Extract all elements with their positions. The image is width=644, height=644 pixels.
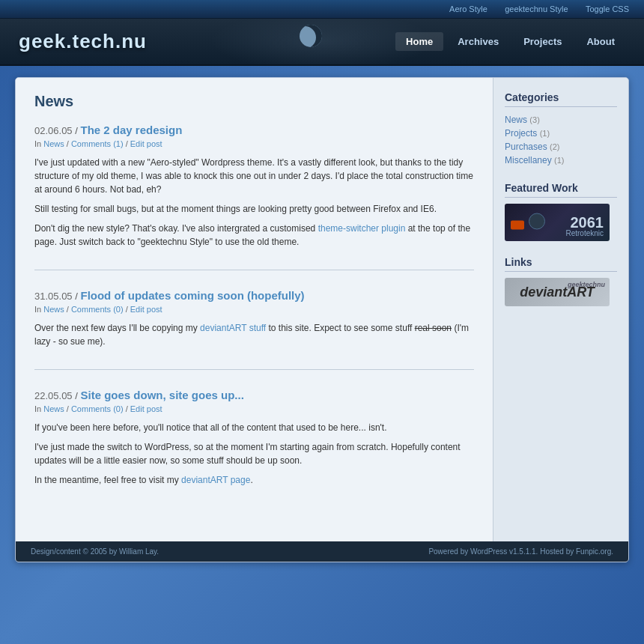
cat-projects-count: (1) <box>540 129 550 138</box>
post-3-para-3: In the meantime, feel free to visit my d… <box>34 473 474 487</box>
main-navigation: Home Archives Projects About <box>395 32 625 51</box>
site-title: geek.tech.nu <box>19 30 147 53</box>
toggle-css-link[interactable]: Toggle CSS <box>586 4 629 13</box>
featured-controls <box>511 213 545 232</box>
post-2-title-line: 31.05.05 / Flood of updates coming soon … <box>34 289 474 302</box>
featured-work-section: Featured Work 2061 Retroteknic <box>505 182 617 241</box>
post-1-para-2: Still testing for small bugs, but at the… <box>34 202 474 216</box>
ctrl-btn-2 <box>529 213 545 230</box>
section-title: News <box>34 93 474 110</box>
deviantart-banner[interactable]: geektechnu deviantART <box>505 278 610 306</box>
deviantart-sublabel: geektechnu <box>568 281 605 288</box>
categories-section: Categories News (3) Projects (1) Purchas… <box>505 91 617 167</box>
post-1-edit[interactable]: Edit post <box>130 139 162 148</box>
links-title: Links <box>505 256 617 272</box>
post-3-edit[interactable]: Edit post <box>130 404 162 413</box>
nav-about[interactable]: About <box>576 32 625 51</box>
strikethrough-text: real soon <box>415 323 452 333</box>
post-3-title-line: 22.05.05 / Site goes down, site goes up.… <box>34 389 474 401</box>
nav-archives[interactable]: Archives <box>447 32 509 51</box>
cat-miscellaney-link[interactable]: Miscellaney <box>505 155 552 165</box>
post-1-body: I've just updated with a new "Aero-style… <box>34 156 474 249</box>
page-footer: Design/content © 2005 by William Lay. Po… <box>16 541 628 562</box>
deviantart-stuff-link[interactable]: deviantART stuff <box>200 323 266 333</box>
post-1-date: 02.06.05 <box>34 125 73 136</box>
nav-home[interactable]: Home <box>395 32 443 51</box>
site-header: geek.tech.nu Home Archives Projects Abou… <box>0 19 644 66</box>
post-3-body: If you've been here before, you'll notic… <box>34 421 474 487</box>
post-3-comments[interactable]: Comments (0) <box>71 404 124 413</box>
post-2-category[interactable]: News <box>43 305 64 314</box>
nav-projects[interactable]: Projects <box>513 32 572 51</box>
post-2-edit[interactable]: Edit post <box>130 305 162 314</box>
post-3-meta: In News / Comments (0) / Edit post <box>34 404 474 413</box>
footer-right: Powered by WordPress v1.5.1.1. Hosted by… <box>428 547 613 556</box>
post-2: 31.05.05 / Flood of updates coming soon … <box>34 289 474 370</box>
cat-miscellaney-count: (1) <box>554 156 564 165</box>
post-1-title-line: 02.06.05 / The 2 day redesign <box>34 124 474 136</box>
post-2-meta: In News / Comments (0) / Edit post <box>34 305 474 314</box>
cat-purchases-item: Purchases (2) <box>505 140 617 154</box>
cat-miscellaney-item: Miscellaney (1) <box>505 154 617 167</box>
main-content: News 02.06.05 / The 2 day redesign In Ne… <box>16 78 493 541</box>
cat-news-count: (3) <box>529 115 539 124</box>
cat-projects-item: Projects (1) <box>505 127 617 140</box>
cat-purchases-link[interactable]: Purchases <box>505 142 547 152</box>
featured-sublabel: Retroteknic <box>565 229 604 237</box>
post-3-date: 22.05.05 <box>34 390 73 401</box>
links-section: Links geektechnu deviantART <box>505 256 617 306</box>
page-wrapper: News 02.06.05 / The 2 day redesign In Ne… <box>15 77 629 562</box>
post-3-category[interactable]: News <box>43 404 64 413</box>
post-1-title-link[interactable]: The 2 day redesign <box>80 124 182 136</box>
post-1-category[interactable]: News <box>43 139 64 148</box>
post-2-title-link[interactable]: Flood of updates coming soon (hopefully) <box>80 289 304 302</box>
theme-switcher-link[interactable]: theme-switcher plugin <box>318 223 406 234</box>
content-area: News 02.06.05 / The 2 day redesign In Ne… <box>16 78 628 541</box>
post-2-para-1: Over the next few days I'll be copying m… <box>34 321 474 348</box>
footer-left: Design/content © 2005 by William Lay. <box>31 547 159 556</box>
categories-list: News (3) Projects (1) Purchases (2) Misc… <box>505 113 617 167</box>
cat-purchases-count: (2) <box>550 142 559 151</box>
aero-style-link[interactable]: Aero Style <box>449 4 487 13</box>
featured-title: Featured Work <box>505 182 617 198</box>
post-2-comments[interactable]: Comments (0) <box>71 305 124 314</box>
ctrl-btn-1 <box>511 221 524 230</box>
post-2-body: Over the next few days I'll be copying m… <box>34 321 474 348</box>
post-1-meta: In News / Comments (1) / Edit post <box>34 139 474 148</box>
top-bar: Aero Style geektechnu Style Toggle CSS <box>0 0 644 19</box>
featured-work-image[interactable]: 2061 Retroteknic <box>505 204 610 241</box>
post-1: 02.06.05 / The 2 day redesign In News / … <box>34 124 474 270</box>
post-3: 22.05.05 / Site goes down, site goes up.… <box>34 389 474 508</box>
post-3-para-1: If you've been here before, you'll notic… <box>34 421 474 434</box>
post-3-title-link[interactable]: Site goes down, site goes up... <box>80 389 243 401</box>
geektechnu-style-link[interactable]: geektechnu Style <box>505 4 568 13</box>
post-1-para-3: Don't dig the new style? That's okay. I'… <box>34 222 474 249</box>
categories-title: Categories <box>505 91 617 107</box>
cat-news-item: News (3) <box>505 113 617 127</box>
sidebar: Categories News (3) Projects (1) Purchas… <box>493 78 628 541</box>
post-2-date: 31.05.05 <box>34 291 73 302</box>
post-1-comments[interactable]: Comments (1) <box>71 139 124 148</box>
deviantart-page-link[interactable]: deviantART page <box>181 475 250 485</box>
cat-news-link[interactable]: News <box>505 115 527 125</box>
post-1-para-1: I've just updated with a new "Aero-style… <box>34 156 474 196</box>
cat-projects-link[interactable]: Projects <box>505 128 537 139</box>
post-3-para-2: I've just made the switch to WordPress, … <box>34 440 474 467</box>
